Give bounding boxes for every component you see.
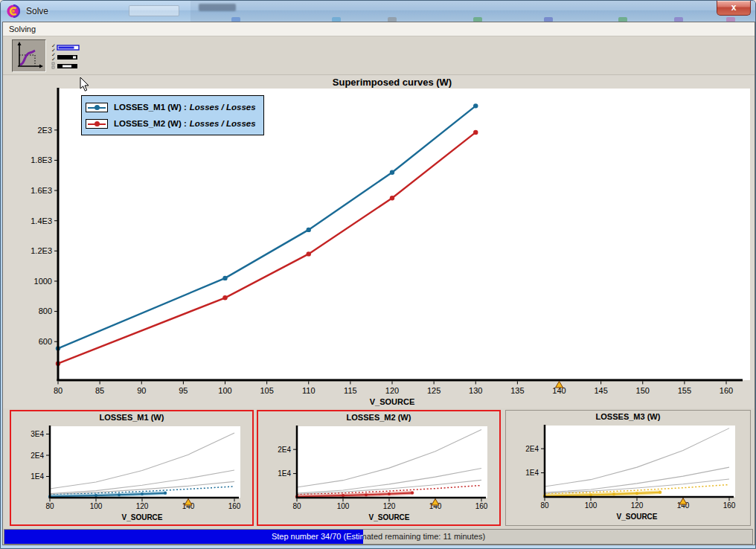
computation-list-button[interactable]: ✓ ✓ ✓ ✓ <box>51 42 80 71</box>
current-step-marker <box>556 382 563 388</box>
y-tick-label: 1E4 <box>278 469 291 478</box>
main-chart-panel: Superimposed curves (W) 8085909510010511… <box>3 75 755 408</box>
x-tick-label: 160 <box>720 386 733 395</box>
x-tick-label: 160 <box>228 502 241 510</box>
legend-entry: LOSSES_M1 (W) : Losses / Losses <box>86 99 256 115</box>
small-chart-canvas-m1: 801001201401601E42E43E4V_SOURCE <box>11 423 252 524</box>
data-point-marker <box>222 276 227 280</box>
small-chart-canvas-m2: 801001201401601E42E4V_SOURCE <box>258 423 499 524</box>
x-tick-label: 95 <box>179 386 188 395</box>
y-tick-label: 1E4 <box>31 472 44 481</box>
x-tick-label: 80 <box>45 502 54 510</box>
window-title: Solve <box>26 6 48 16</box>
y-tick-label: 1000 <box>34 277 52 286</box>
data-point-marker <box>164 492 167 495</box>
small-chart-panel-losses-m1[interactable]: LOSSES_M1 (W) 801001201401601E42E43E4V_S… <box>10 410 254 526</box>
y-tick-label: 1.6E3 <box>31 186 52 195</box>
mouse-cursor <box>80 77 90 92</box>
x-tick-label: 160 <box>723 501 736 510</box>
x-tick-label: 100 <box>90 502 103 510</box>
x-tick-label: 80 <box>540 501 549 510</box>
legend-entry: LOSSES_M2 (W) : Losses / Losses <box>86 115 256 132</box>
data-point-marker <box>307 251 311 256</box>
small-chart-canvas-m3: 801001201401601E42E4V_SOURCE <box>506 423 747 524</box>
menu-bar: Solving <box>3 22 755 36</box>
legend-swatch-blue <box>86 103 108 112</box>
data-point-marker <box>307 228 311 232</box>
x-tick-label: 120 <box>136 502 149 510</box>
legend-sublabel: Losses / Losses <box>190 119 256 128</box>
background-window-artifact <box>199 4 236 11</box>
y-tick-label: 1.8E3 <box>31 155 52 164</box>
small-chart-title: LOSSES_M2 (W) <box>258 411 499 423</box>
small-chart-panel-losses-m3[interactable]: LOSSES_M3 (W) 801001201401601E42E4V_SOUR… <box>505 410 751 526</box>
main-chart-title: Superimposed curves (W) <box>58 77 726 88</box>
titlebar[interactable]: Solve x <box>1 1 756 22</box>
chart-legend[interactable]: LOSSES_M1 (W) : Losses / Losses LOSSES_M… <box>81 95 264 135</box>
toolbar: ✓ ✓ ✓ ✓ STOP <box>3 36 755 75</box>
y-tick-label: 2E3 <box>37 126 52 135</box>
progress-bar: Step number 34/70 (Estimated remaining t… <box>4 529 753 545</box>
data-point-marker <box>612 492 615 495</box>
x-axis-label: V_SOURCE <box>368 513 409 521</box>
legend-label: LOSSES_M2 (W) : <box>114 119 187 128</box>
x-tick-label: 160 <box>475 502 488 510</box>
solve-window: Solve x Solving ✓ ✓ ✓ ✓ <box>0 0 756 549</box>
background-window-artifact <box>129 5 179 16</box>
x-tick-label: 110 <box>302 386 315 395</box>
data-point-marker <box>388 492 391 495</box>
y-tick-label: 1E4 <box>525 469 539 477</box>
data-point-marker <box>473 130 478 135</box>
progress-text: Step number 34/70 (Estimated remaining t… <box>4 530 363 544</box>
close-button[interactable]: x <box>717 1 751 16</box>
y-tick-label: 2E4 <box>525 445 539 453</box>
data-point-marker <box>659 491 662 494</box>
x-tick-label: 80 <box>54 386 63 395</box>
x-tick-label: 120 <box>631 501 644 510</box>
svg-text:✓: ✓ <box>51 57 56 62</box>
data-point-marker <box>342 494 345 497</box>
menu-item-solving[interactable]: Solving <box>3 22 42 33</box>
small-charts-row: LOSSES_M1 (W) 801001201401601E42E43E4V_S… <box>3 408 755 527</box>
x-tick-label: 130 <box>469 386 482 395</box>
data-point-marker <box>411 492 414 495</box>
x-tick-label: 155 <box>678 386 691 395</box>
data-point-marker <box>589 493 592 496</box>
curves-view-button[interactable] <box>12 39 46 72</box>
x-tick-label: 85 <box>95 386 104 395</box>
data-point-marker <box>222 295 227 300</box>
x-tick-label: 120 <box>385 386 399 395</box>
small-chart-title: LOSSES_M3 (W) <box>506 411 750 423</box>
x-tick-label: 120 <box>383 502 396 510</box>
x-axis-label: V_SOURCE <box>121 513 162 521</box>
y-tick-label: 2E4 <box>31 452 44 460</box>
small-chart-panel-losses-m2[interactable]: LOSSES_M2 (W) 801001201401601E42E4V_SOUR… <box>257 410 501 526</box>
y-tick-label: 600 <box>39 337 52 346</box>
x-tick-label: 125 <box>427 386 441 395</box>
y-tick-label: 3E4 <box>31 430 44 438</box>
data-point-marker <box>94 494 97 497</box>
legend-sublabel: Losses / Losses <box>190 103 256 112</box>
x-tick-label: 135 <box>510 386 524 395</box>
x-tick-label: 145 <box>594 386 607 395</box>
x-tick-label: 100 <box>337 502 350 510</box>
y-tick-label: 800 <box>39 306 52 315</box>
data-point-marker <box>141 492 144 495</box>
y-tick-label: 1.4E3 <box>31 216 52 225</box>
y-tick-label: 2E4 <box>278 446 291 454</box>
x-tick-label: 80 <box>292 502 301 510</box>
x-axis-label: V_SOURCE <box>616 513 657 521</box>
legend-label: LOSSES_M1 (W) : <box>114 103 187 112</box>
x-tick-label: 100 <box>585 501 598 510</box>
app-icon <box>7 4 20 18</box>
x-tick-label: 105 <box>260 386 273 395</box>
data-point-marker <box>635 492 638 495</box>
progress-fill: Step number 34/70 (Estimated remaining t… <box>4 530 363 544</box>
legend-swatch-red <box>86 119 108 129</box>
x-tick-label: 150 <box>636 386 650 395</box>
x-tick-label: 90 <box>137 386 146 395</box>
data-point-marker <box>473 103 478 108</box>
x-axis-label: V_SOURCE <box>370 397 415 406</box>
computation-list-icon: ✓ ✓ ✓ ✓ <box>51 42 80 71</box>
small-chart-title: LOSSES_M1 (W) <box>11 411 252 423</box>
